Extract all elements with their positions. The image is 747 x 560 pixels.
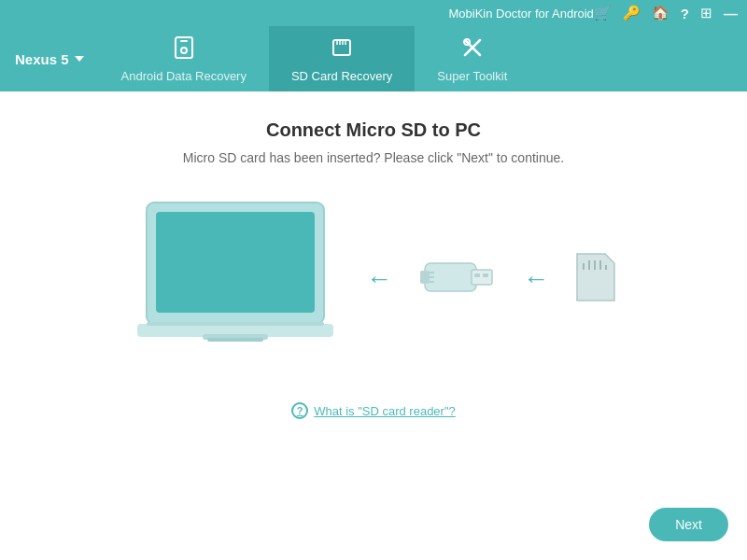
title-bar: MobiKin Doctor for Android 🛒 🔑 🏠 ? ⊞ — (0, 0, 747, 26)
help-circle-icon: ? (291, 402, 308, 419)
help-icon[interactable]: ? (681, 6, 689, 21)
laptop-illustration (128, 193, 343, 365)
sd-card-illustration (572, 249, 619, 309)
svg-rect-3 (333, 40, 350, 55)
tab-android-data-recovery-label: Android Data Recovery (121, 69, 247, 83)
sd-card-reader-help-link[interactable]: ? What is "SD card reader"? (291, 402, 456, 419)
illustration: ← ← (128, 193, 619, 365)
dropdown-arrow-icon (75, 56, 84, 62)
svg-line-10 (473, 49, 480, 55)
sd-card-recovery-icon (330, 35, 354, 65)
arrow-left-2-icon: ← (523, 264, 549, 294)
device-selector[interactable]: Nexus 5 (0, 26, 99, 91)
minimize-icon[interactable]: — (724, 6, 738, 21)
app-title: MobiKin Doctor for Android (448, 7, 593, 21)
page-subtitle: Micro SD card has been inserted? Please … (183, 150, 564, 165)
key-icon[interactable]: 🔑 (623, 5, 641, 21)
svg-rect-13 (156, 212, 315, 313)
arrow-left-1-icon: ← (366, 264, 392, 294)
android-recovery-icon (172, 35, 196, 65)
tab-sd-card-recovery[interactable]: SD Card Recovery (269, 26, 415, 91)
svg-point-2 (181, 48, 187, 53)
usb-card-reader-illustration (416, 245, 500, 314)
help-link-label: What is "SD card reader"? (314, 404, 456, 418)
svg-rect-21 (483, 273, 488, 277)
svg-rect-16 (147, 322, 324, 326)
svg-rect-19 (472, 270, 492, 285)
next-button[interactable]: Next (649, 508, 728, 541)
tab-super-toolkit-label: Super Toolkit (437, 69, 507, 83)
home-icon[interactable]: 🏠 (652, 5, 669, 21)
tab-sd-card-recovery-label: SD Card Recovery (291, 69, 392, 83)
page-title: Connect Micro SD to PC (266, 119, 481, 141)
cart-icon[interactable]: 🛒 (594, 5, 612, 21)
super-toolkit-icon (460, 35, 485, 65)
svg-rect-22 (420, 271, 430, 284)
tab-super-toolkit[interactable]: Super Toolkit (415, 26, 529, 91)
window-icon[interactable]: ⊞ (700, 5, 712, 21)
device-name: Nexus 5 (15, 51, 69, 67)
svg-rect-17 (207, 338, 263, 342)
tab-android-data-recovery[interactable]: Android Data Recovery (99, 26, 269, 91)
nav-bar: Nexus 5 Android Data Recovery SD Card Re… (0, 26, 747, 91)
title-bar-controls: 🛒 🔑 🏠 ? ⊞ — (594, 5, 738, 21)
svg-rect-1 (180, 40, 188, 42)
main-content: Connect Micro SD to PC Micro SD card has… (0, 91, 747, 560)
svg-rect-20 (474, 273, 480, 277)
